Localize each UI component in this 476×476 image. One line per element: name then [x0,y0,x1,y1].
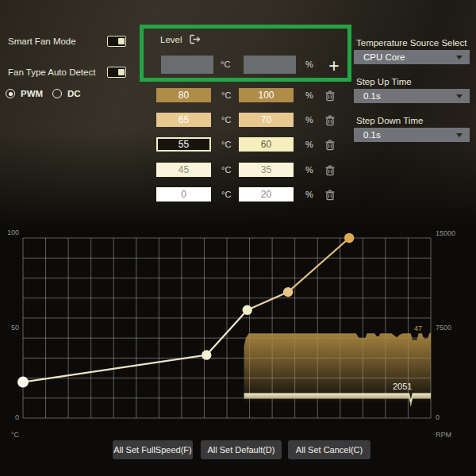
toggle-knob [118,69,125,75]
new-level-duty-input[interactable] [244,56,296,74]
duty-unit-label: % [305,60,313,69]
level-duty-input[interactable] [239,187,294,202]
temp-unit-label: °C [221,60,230,69]
level-duty-input[interactable] [239,163,294,177]
fan-type-auto-detect-label: Fan Type Auto Detect [8,67,95,77]
chevron-down-icon [456,56,463,60]
temp-unit-label: °C [221,190,231,199]
smart-fan-mode-label: Smart Fan Mode [8,36,76,46]
delete-level-icon[interactable] [324,139,336,151]
level-export-icon [190,34,201,44]
curve-point[interactable] [283,287,293,297]
level-row: °C % [0,88,349,102]
level-row: °C % [0,163,349,177]
temp-unit-label: °C [221,90,231,100]
toggle-knob [118,38,125,44]
y-right-tick-15000: 15000 [436,229,455,237]
temp-unit-label: °C [221,165,231,175]
delete-level-icon[interactable] [324,164,336,176]
add-level-editor: Level °C % + [140,25,351,82]
curve-point[interactable] [344,233,354,243]
all-set-default-button[interactable]: All Set Default(D) [201,440,282,459]
level-row: °C % [0,137,349,152]
level-duty-input[interactable] [239,137,294,152]
y-left-tick-0: 0 [0,413,19,421]
duty-unit-label: % [305,165,313,175]
curve-point[interactable] [202,350,211,359]
delete-level-icon[interactable] [324,114,336,126]
step-up-time-label: Step Up Time [356,77,412,86]
duty-unit-label: % [305,140,313,149]
level-duty-input[interactable] [239,113,294,127]
delete-level-icon[interactable] [324,90,336,102]
y-right-tick-7500: 7500 [436,324,451,332]
fan-curve-segment [248,292,288,310]
smart-fan-mode-toggle[interactable] [107,36,126,47]
duty-unit-label: % [305,115,313,125]
x-axis-unit-label: °C [0,431,19,439]
step-down-time-value: 0.1s [363,130,381,140]
step-down-time-select[interactable]: 0.1s [354,128,470,142]
chevron-down-icon [456,94,463,98]
y-right-tick-0: 0 [436,413,440,421]
step-up-time-select[interactable]: 0.1s [354,89,470,103]
new-level-temp-input[interactable] [161,56,213,74]
fan-control-panel: Smart Fan Mode Fan Type Auto Detect PWM … [0,0,476,476]
curve-point[interactable] [243,305,252,315]
current-rpm-label: 2051 [393,382,412,391]
add-level-button[interactable]: + [324,56,344,76]
level-row: °C % [0,113,349,127]
fan-curve-chart: 472051 [0,226,476,444]
level-temp-input[interactable] [156,187,211,202]
chevron-down-icon [456,133,463,137]
current-temperature-label: 47 [414,324,422,332]
curve-point[interactable] [17,377,29,388]
temp-unit-label: °C [221,115,231,125]
step-down-time-label: Step Down Time [356,116,423,125]
step-up-time-value: 0.1s [363,91,381,101]
temp-unit-label: °C [221,140,231,149]
level-temp-input[interactable] [156,88,211,102]
level-header: Level [160,34,201,44]
temperature-source-label: Temperature Source Select [356,38,466,48]
delete-level-icon[interactable] [324,189,336,201]
temperature-source-select[interactable]: CPU Core [354,50,470,64]
fan-type-auto-detect-toggle[interactable] [107,67,126,78]
all-set-fullspeed-button[interactable]: All Set FullSpeed(F) [113,440,193,459]
level-row: °C % [0,187,349,202]
temperature-history-area [244,332,431,418]
level-temp-input[interactable] [156,163,211,177]
y-right-unit-label: RPM [436,431,451,439]
y-left-tick-100: 100 [0,228,19,236]
duty-unit-label: % [305,90,313,100]
duty-unit-label: % [305,190,313,199]
level-label: Level [160,35,182,44]
level-duty-input[interactable] [239,88,294,102]
level-temp-input[interactable] [156,137,211,152]
level-temp-input[interactable] [156,113,211,127]
y-left-tick-50: 50 [0,324,19,332]
all-set-cancel-button[interactable]: All Set Cancel(C) [288,440,370,459]
temperature-source-value: CPU Core [363,52,405,62]
